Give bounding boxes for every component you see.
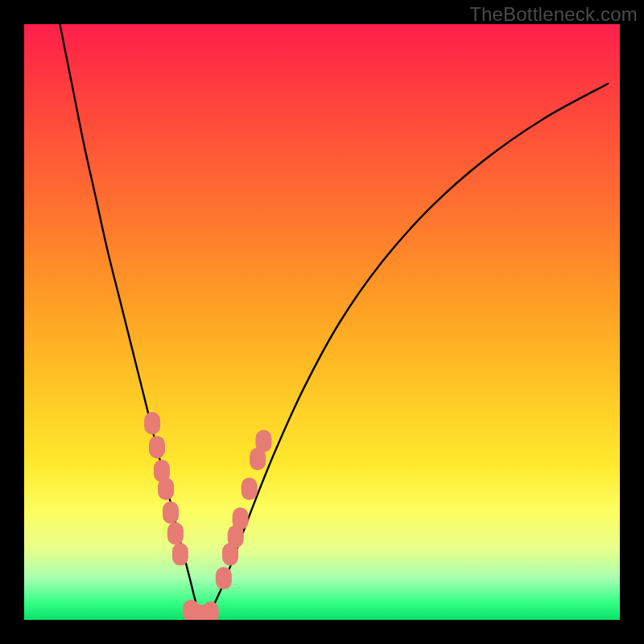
data-marker	[233, 507, 249, 530]
plot-area	[24, 24, 620, 620]
curve-layer	[24, 24, 620, 620]
watermark-text: TheBottleneck.com	[469, 3, 638, 26]
data-marker	[255, 430, 271, 452]
data-marker	[167, 522, 184, 545]
data-marker	[158, 477, 174, 500]
data-marker	[144, 412, 160, 435]
data-marker	[216, 567, 232, 589]
data-marker	[163, 502, 179, 524]
data-marker	[242, 477, 258, 500]
chart-frame: TheBottleneck.com	[0, 0, 644, 644]
data-marker	[149, 436, 165, 458]
data-marker	[172, 543, 188, 566]
data-marker	[203, 601, 219, 620]
bottleneck-curve	[60, 24, 608, 617]
